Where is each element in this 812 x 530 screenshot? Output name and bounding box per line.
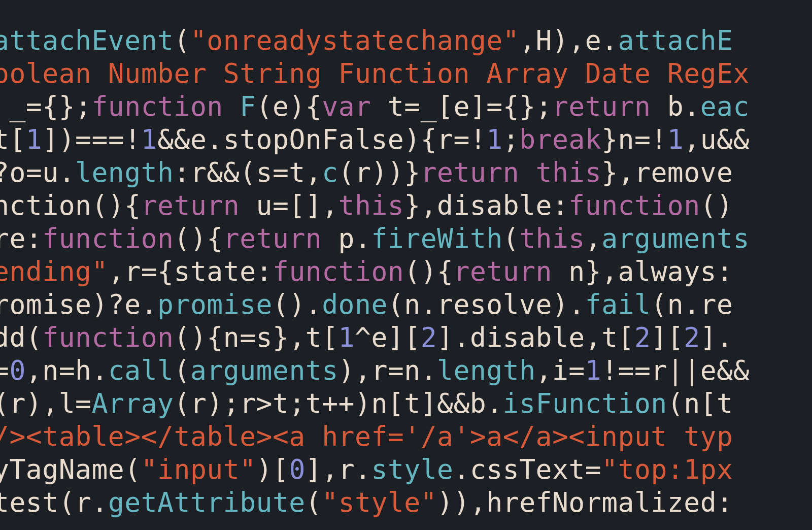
token-pn: dd( [0,322,42,353]
code-line[interactable]: _={};function F(e){var t=_[e]={};return … [0,90,750,123]
token-pn: ])===! [42,124,141,155]
code-line[interactable]: ?o=u.length:r&&(s=t,c(r))}return this},r… [0,156,750,189]
code-line[interactable]: re:function(){return p.fireWith(this,arg… [0,222,750,255]
token-kw: break [519,124,601,155]
token-num: 1 [141,124,157,155]
code-line[interactable]: =0,n=h.call(arguments),r=n.length,i=1!==… [0,354,750,387]
token-pn: ,r={state: [108,256,273,287]
token-kw: function [42,223,174,254]
token-pn [223,91,240,122]
token-pn: ^e][ [355,322,421,353]
token-fn: done [322,289,388,320]
token-kw: return [141,190,240,221]
token-fn: arguments [190,355,339,386]
token-fn: promise [157,289,273,320]
token-strQ: " [322,487,338,518]
token-pn: !==r||e&& [601,355,750,386]
token-num: 1 [339,322,355,353]
token-fn: isFunction [503,388,667,419]
token-pn: , [585,223,601,254]
token-pn: (r);r>t;t++)n[t]&&b. [174,388,503,419]
token-pn: ,u&& [684,124,750,155]
token-str: onreadystatechange [207,25,502,56]
token-fn: c [322,157,338,188]
token-strQ: " [190,25,207,56]
token-pn: (e){ [256,91,322,122]
code-line[interactable]: yTagName("input")[0],r.style.cssText="to… [0,453,750,486]
code-line[interactable]: nction(){return u=[],this},disable:funct… [0,189,750,222]
token-pn: re: [0,223,42,254]
token-pn: ( [306,487,322,518]
code-line[interactable]: /><table></table><a href='/a'>a</a><inpu… [0,420,750,453]
token-pn: ].disable,t[ [437,322,634,353]
token-pn: (){ [174,223,223,254]
token-kw: function [91,91,223,122]
code-line[interactable]: dd(function(){n=s},t[1^e][2].disable,t[2… [0,321,750,354]
token-pn: },remove [601,157,733,188]
token-fn: style [371,454,453,485]
code-line[interactable]: romise)?e.promise().done(n.resolve).fail… [0,288,750,321]
token-num: 1 [667,124,684,155]
token-strQ: " [240,454,256,485]
token-kw: function [568,190,700,221]
token-pn: t=_[e]={}; [371,91,552,122]
token-pn: () [700,190,733,221]
token-kw: return this [421,157,602,188]
token-strQ: " [421,487,437,518]
token-fn: F [240,91,256,122]
token-strQ: " [503,25,519,56]
token-pn: &&e.stopOnFalse){r=! [157,124,486,155]
code-line[interactable]: test(r.getAttribute("style")),hrefNormal… [0,486,750,519]
token-pn: ][ [651,322,684,353]
token-fn: Array [91,388,174,419]
token-pn: _={}; [0,91,91,122]
token-pn: ,n=h. [26,355,108,386]
token-num: 2 [634,322,651,353]
token-num: 0 [9,355,25,386]
token-pn: (){n=s},t[ [174,322,339,353]
token-num: 1 [486,124,502,155]
token-fn: fireWith [371,223,502,254]
code-line[interactable]: ending",r={state:function(){return n},al… [0,255,750,288]
code-line[interactable]: (r),l=Array(r);r>t;t++)n[t]&&b.isFunctio… [0,387,750,420]
token-pn: ( [174,355,190,386]
token-pn: (n[t [667,388,733,419]
token-pn: n},always: [552,256,733,287]
token-pn: (n.resolve). [388,289,585,320]
token-kw: this [339,190,404,221]
token-pn: ),r=n. [339,355,437,386]
token-pn: ,H),e. [519,25,618,56]
token-strQ: " [141,454,157,485]
token-pn: ],r. [306,454,371,485]
token-strQ: " [601,454,618,485]
token-pn: (r))} [339,157,421,188]
token-pn: (n.re [651,289,733,320]
token-pn: (){ [404,256,453,287]
code-line[interactable]: attachEvent("onreadystatechange",H),e.at… [0,24,750,57]
token-num: 1 [585,355,601,386]
token-fn: attachEvent [0,25,174,56]
token-str: input [157,454,240,485]
code-line[interactable]: oolean Number String Function Array Date… [0,57,750,90]
token-pn: t[ [0,124,26,155]
code-line[interactable]: t[1])===!1&&e.stopOnFalse){r=!1;break}n=… [0,123,750,156]
token-str: /><table></table><a href='/a'>a</a><inpu… [0,421,733,452]
token-num: 2 [421,322,437,353]
token-num: 0 [289,454,305,485]
token-pn: :r&&(s=t, [174,157,322,188]
token-pn: .cssText= [454,454,602,485]
token-pn: }n=! [601,124,667,155]
token-pn: u=[], [240,190,338,221]
token-kw: function [273,256,404,287]
code-editor-viewport[interactable]: attachEvent("onreadystatechange",H),e.at… [0,24,750,519]
token-kw: return [223,223,322,254]
token-fn: call [108,355,174,386]
token-pn: ( [503,223,519,254]
token-pn: yTagName( [0,454,141,485]
token-kw: function [42,322,174,353]
token-pn: },disable: [404,190,568,221]
token-fn: arguments [601,223,750,254]
token-fn: fail [585,289,651,320]
token-pn: ]. [700,322,733,353]
token-pn: test(r. [0,487,108,518]
